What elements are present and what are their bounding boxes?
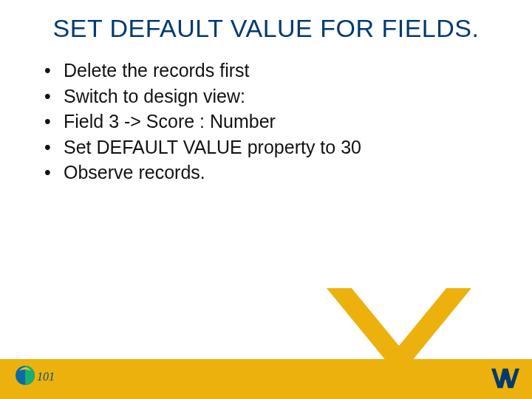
list-item: Set DEFAULT VALUE property to 30 (41, 134, 491, 160)
list-item: Delete the records first (41, 58, 491, 83)
slide-title: SET DEFAULT VALUE FOR FIELDS. (0, 0, 532, 43)
list-item: Field 3 -> Score : Number (41, 109, 491, 134)
svg-marker-4 (491, 368, 520, 389)
wv-logo-icon (489, 366, 522, 392)
course-badge-icon: 101 (15, 362, 56, 389)
svg-marker-1 (327, 288, 471, 369)
list-item: Switch to design view: (41, 83, 491, 109)
footer-bar (0, 359, 532, 399)
bullet-list: Delete the records first Switch to desig… (41, 58, 491, 185)
slide-body: Delete the records first Switch to desig… (0, 43, 532, 185)
list-item: Observe records. (41, 160, 491, 185)
slide: { "title": "SET DEFAULT VALUE FOR FIELDS… (0, 0, 532, 399)
svg-text:101: 101 (37, 370, 55, 383)
